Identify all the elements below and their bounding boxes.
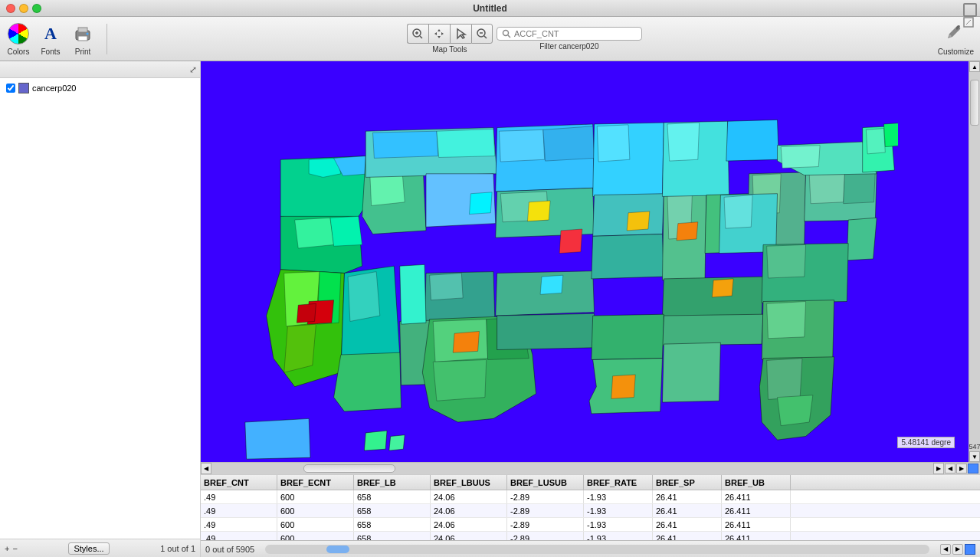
col-header-bref-lusub[interactable]: BREF_LUSUB — [507, 475, 584, 490]
svg-marker-86 — [767, 244, 806, 278]
table-nav-next-button[interactable]: ▶ — [952, 544, 963, 555]
table-blue-indicator — [965, 544, 975, 555]
table-nav-prev-button[interactable]: ◀ — [940, 544, 951, 555]
table-cell: 26.411 — [722, 518, 791, 531]
filter-input[interactable] — [514, 29, 637, 38]
svg-marker-64 — [726, 120, 779, 161]
sidebar-footer-buttons: + − — [5, 544, 18, 553]
svg-marker-84 — [847, 218, 877, 260]
map-tools-container: Map Tools — [407, 24, 493, 54]
table-row[interactable]: .4960065824.06-2.89-1.9326.4126.411 — [201, 518, 980, 532]
scroll-right-button[interactable]: ▶ — [933, 463, 944, 474]
svg-marker-94 — [389, 435, 405, 451]
col-header-bref-sp[interactable]: BREF_SP — [653, 475, 722, 490]
svg-marker-59 — [592, 234, 664, 279]
table-nav-buttons: ◀ ▶ — [940, 544, 975, 555]
colors-label: Colors — [8, 48, 30, 56]
table-row[interactable]: .4960065824.06-2.89-1.9326.4126.411 — [201, 490, 980, 504]
svg-marker-78 — [844, 171, 876, 204]
fonts-label: Fonts — [41, 48, 60, 56]
table-scroll-thumb[interactable] — [326, 546, 349, 553]
table-horizontal-scroll[interactable] — [265, 545, 929, 554]
table-row[interactable]: .4960065824.06-2.89-1.9326.4126.411 — [201, 532, 980, 540]
col-header-bref-lbuus[interactable]: BREF_LBUUS — [431, 475, 507, 490]
table-cell: 600 — [277, 532, 354, 540]
table-row[interactable]: .4960065824.06-2.89-1.9326.4126.411 — [201, 504, 980, 518]
svg-marker-73 — [611, 375, 635, 398]
scroll-down-button[interactable]: ▼ — [969, 451, 980, 462]
svg-point-5 — [87, 33, 89, 35]
table-cell: -1.93 — [584, 518, 653, 531]
map-zoom-out-button[interactable] — [471, 24, 493, 44]
table-cell: -2.89 — [507, 490, 584, 503]
search-icon — [502, 29, 511, 38]
minimize-button[interactable] — [19, 4, 28, 13]
map-vertical-scrollbar[interactable]: ▲ 547 ▼ — [969, 61, 980, 462]
scroll-thumb-horizontal[interactable] — [303, 464, 395, 473]
table-cell: 658 — [354, 490, 431, 503]
svg-marker-96 — [559, 229, 582, 253]
fonts-icon[interactable]: A — [38, 21, 63, 46]
window-controls[interactable] — [6, 4, 41, 13]
col-header-bref-rate[interactable]: BREF_RATE — [584, 475, 653, 490]
scroll-left-button[interactable]: ◀ — [201, 463, 211, 474]
map-tool-group — [407, 24, 493, 44]
svg-line-9 — [420, 36, 422, 38]
remove-layer-button[interactable]: − — [12, 544, 17, 553]
table-cell: 600 — [277, 504, 354, 517]
add-layer-button[interactable]: + — [5, 544, 9, 553]
table-body: .4960065824.06-2.89-1.9326.4126.411.4960… — [201, 490, 980, 540]
window-title: Untitled — [473, 3, 507, 14]
table-cell: 26.411 — [722, 532, 791, 540]
map-pan-button[interactable] — [428, 24, 450, 44]
map-zoom-in-button[interactable] — [407, 24, 428, 44]
map-row: 5.48141 degre ▲ 547 ▼ — [201, 61, 980, 462]
svg-marker-41 — [334, 352, 402, 411]
maximize-button[interactable] — [32, 4, 41, 13]
hscroll-prev-button[interactable]: ◀ — [945, 464, 955, 473]
filter-input-wrap[interactable] — [497, 27, 642, 41]
colors-icon[interactable] — [6, 21, 31, 46]
filter-section: Filter cancerp020 — [497, 27, 642, 51]
filter-label: Filter cancerp020 — [539, 42, 598, 51]
svg-marker-70 — [662, 342, 720, 402]
map-canvas[interactable]: 5.48141 degre — [201, 61, 969, 462]
close-button[interactable] — [6, 4, 15, 13]
table-cell: 658 — [354, 504, 431, 517]
table-cell: 600 — [277, 518, 354, 531]
svg-marker-57 — [597, 125, 630, 162]
hscroll-next-button[interactable]: ▶ — [956, 464, 967, 473]
colors-tool[interactable]: Colors — [6, 21, 31, 56]
sidebar-expand-button[interactable]: ⤢ — [189, 64, 197, 75]
svg-marker-75 — [724, 195, 752, 229]
map-select-button[interactable] — [450, 24, 471, 44]
scroll-thumb-vertical[interactable] — [970, 80, 979, 126]
col-header-bref-lb[interactable]: BREF_LB — [354, 475, 431, 490]
scroll-up-button[interactable]: ▲ — [969, 61, 980, 72]
resize-icon[interactable] — [963, 3, 974, 14]
svg-marker-11 — [438, 36, 441, 38]
toolbar-separator-1 — [107, 24, 107, 54]
scroll-track-horizontal[interactable] — [211, 463, 932, 474]
table-cell: -2.89 — [507, 518, 584, 531]
col-header-bref-ecnt[interactable]: BREF_ECNT — [277, 475, 354, 490]
col-header-bref-cnt[interactable]: BREF_CNT — [201, 475, 277, 490]
svg-marker-80 — [781, 146, 820, 169]
print-tool[interactable]: Print — [70, 21, 95, 56]
styles-button[interactable]: Styles... — [68, 542, 109, 555]
col-header-bref-ub[interactable]: BREF_UB — [722, 475, 791, 490]
print-icon[interactable] — [70, 21, 95, 46]
toolbar: Colors A Fonts Print — [0, 17, 980, 61]
layer-visibility-checkbox[interactable] — [6, 84, 15, 93]
svg-line-16 — [484, 36, 487, 38]
fonts-tool[interactable]: A Fonts — [38, 21, 63, 56]
svg-marker-55 — [497, 313, 597, 349]
hscroll-blue-button[interactable] — [968, 464, 978, 473]
svg-line-1 — [966, 20, 971, 25]
svg-marker-25 — [330, 216, 362, 246]
scroll-track-vertical[interactable] — [969, 72, 980, 442]
main-area: ⤢ cancerp020 + − Styles... 1 out of 1 — [0, 61, 980, 557]
table-cell: 26.41 — [653, 532, 722, 540]
map-horizontal-scrollbar[interactable]: ◀ ▶ ◀ ▶ — [201, 462, 980, 474]
layer-item[interactable]: cancerp020 — [3, 81, 197, 95]
